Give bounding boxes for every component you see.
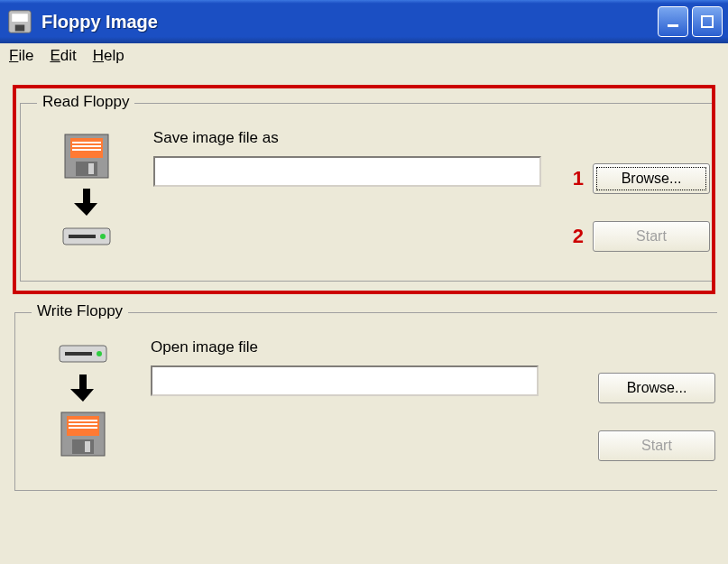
drive-icon bbox=[58, 340, 108, 367]
read-path-input[interactable] bbox=[153, 156, 541, 187]
write-path-input[interactable] bbox=[151, 365, 539, 396]
svg-point-14 bbox=[100, 234, 106, 239]
floppy-disk-icon bbox=[61, 131, 112, 181]
annotation-2: 2 bbox=[564, 225, 584, 248]
floppy-disk-icon bbox=[58, 409, 108, 459]
titlebar: Floppy Image bbox=[0, 0, 728, 43]
svg-rect-23 bbox=[72, 439, 94, 454]
write-browse-button[interactable]: Browse... bbox=[598, 373, 715, 403]
svg-rect-22 bbox=[69, 427, 97, 429]
svg-rect-11 bbox=[88, 163, 94, 174]
svg-rect-6 bbox=[70, 138, 103, 158]
write-start-button[interactable]: Start bbox=[598, 430, 715, 461]
minimize-button[interactable] bbox=[658, 6, 688, 37]
svg-rect-8 bbox=[72, 145, 101, 147]
svg-rect-7 bbox=[72, 142, 101, 143]
arrow-down-icon bbox=[74, 187, 99, 217]
group-write-legend: Write Floppy bbox=[32, 302, 128, 320]
svg-rect-2 bbox=[15, 25, 25, 32]
svg-rect-16 bbox=[65, 352, 92, 356]
svg-rect-4 bbox=[702, 16, 713, 27]
window-title: Floppy Image bbox=[41, 12, 654, 32]
read-start-button[interactable]: Start bbox=[593, 221, 710, 252]
svg-rect-3 bbox=[668, 24, 678, 27]
arrow-down-icon bbox=[70, 373, 96, 403]
write-label: Open image file bbox=[151, 338, 543, 356]
svg-rect-13 bbox=[69, 235, 96, 238]
svg-rect-20 bbox=[69, 420, 97, 421]
app-icon bbox=[7, 9, 32, 34]
client-area: Read Floppy bbox=[0, 70, 728, 514]
svg-rect-24 bbox=[85, 441, 90, 452]
svg-rect-21 bbox=[69, 423, 97, 425]
menu-edit[interactable]: Edit bbox=[50, 47, 76, 65]
menubar: File Edit Help bbox=[0, 43, 728, 70]
svg-point-17 bbox=[97, 351, 102, 356]
highlight-frame: Read Floppy bbox=[13, 85, 715, 294]
read-browse-button[interactable]: Browse... bbox=[593, 163, 710, 194]
svg-rect-1 bbox=[12, 14, 28, 22]
menu-file[interactable]: File bbox=[9, 47, 33, 65]
group-read-floppy: Read Floppy bbox=[20, 103, 712, 282]
write-icon-column bbox=[15, 338, 151, 459]
group-read-legend: Read Floppy bbox=[37, 93, 134, 111]
maximize-button[interactable] bbox=[692, 6, 723, 37]
read-label: Save image file as bbox=[153, 129, 541, 147]
drive-icon bbox=[61, 223, 112, 250]
svg-rect-19 bbox=[67, 416, 99, 436]
read-icon-column bbox=[21, 129, 153, 250]
svg-rect-10 bbox=[76, 162, 97, 176]
group-write-floppy: Write Floppy bbox=[14, 312, 717, 491]
svg-rect-9 bbox=[72, 149, 101, 151]
annotation-1: 1 bbox=[564, 167, 584, 190]
menu-help[interactable]: Help bbox=[93, 47, 124, 65]
